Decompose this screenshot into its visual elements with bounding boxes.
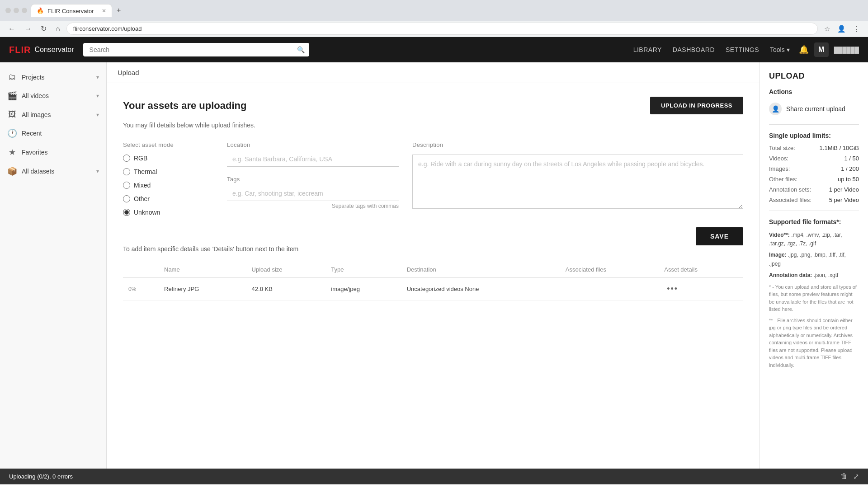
upload-in-progress-button[interactable]: UPLOAD IN PROGRESS xyxy=(650,97,743,114)
flir-logo-text: FLIR xyxy=(9,45,31,55)
address-bar[interactable]: flirconservator.com/upload xyxy=(66,23,818,35)
limit-other-files: Other files: up to 50 xyxy=(769,176,859,183)
col-associated-files: Associated files xyxy=(560,262,659,278)
avatar[interactable]: M xyxy=(814,42,829,57)
share-upload-action[interactable]: 👤 Share current upload xyxy=(769,101,859,117)
description-label: Description xyxy=(412,141,743,148)
new-tab-button[interactable]: + xyxy=(112,4,125,17)
format-annotation-val: .json, .xgtf xyxy=(814,272,839,278)
browser-window-controls xyxy=(5,8,27,13)
maximize-button[interactable] xyxy=(14,8,19,13)
table-row: 0% Refinery JPG 42.8 KB image/jpeg Uncat… xyxy=(123,278,743,300)
share-icon: 👤 xyxy=(769,103,782,115)
browser-toolbar: ← → ↻ ⌂ flirconservator.com/upload ☆ 👤 ⋮ xyxy=(0,21,868,37)
active-tab[interactable]: 🔥 FLIR Conservator ✕ xyxy=(31,4,112,17)
search-input[interactable] xyxy=(83,43,309,56)
home-button[interactable]: ⌂ xyxy=(53,23,63,35)
forward-button[interactable]: → xyxy=(22,23,34,35)
col-destination: Destination xyxy=(401,262,560,278)
search-icon: 🔍 xyxy=(297,46,305,53)
close-button[interactable] xyxy=(22,8,27,13)
description-textarea[interactable] xyxy=(412,155,743,209)
radio-unknown[interactable]: Unknown xyxy=(123,209,213,216)
tools-chevron-icon: ▾ xyxy=(787,46,790,53)
images-icon: 🖼 xyxy=(7,110,17,119)
radio-other-input[interactable] xyxy=(123,195,130,202)
tools-dropdown[interactable]: Tools ▾ xyxy=(770,46,790,53)
sidebar-item-projects[interactable]: 🗂 Projects ▾ xyxy=(0,68,106,86)
radio-thermal[interactable]: Thermal xyxy=(123,168,213,175)
menu-icon[interactable]: ⋮ xyxy=(850,23,863,35)
reload-button[interactable]: ↻ xyxy=(38,23,49,35)
divider xyxy=(769,124,859,125)
limit-images-key: Images: xyxy=(769,165,790,172)
nav-library[interactable]: LIBRARY xyxy=(633,46,662,53)
nav-dashboard[interactable]: DASHBOARD xyxy=(673,46,715,53)
tools-label: Tools xyxy=(770,46,785,53)
format-annotation: Annotation data: .json, .xgtf xyxy=(769,271,859,280)
sidebar-item-favorites[interactable]: ★ Favorites xyxy=(0,143,106,162)
limit-other-key: Other files: xyxy=(769,176,797,183)
location-input[interactable] xyxy=(227,152,399,167)
upload-section: Your assets are uploading UPLOAD IN PROG… xyxy=(107,83,760,314)
file-name: Refinery JPG xyxy=(159,278,246,300)
radio-rgb[interactable]: RGB xyxy=(123,155,213,162)
asset-details-button[interactable]: ••• xyxy=(664,283,681,295)
browser-titlebar: 🔥 FLIR Conservator ✕ + xyxy=(0,0,868,21)
expand-icon[interactable]: ⤢ xyxy=(853,472,859,481)
favorites-icon: ★ xyxy=(7,147,17,157)
chevron-down-icon: ▾ xyxy=(96,112,99,118)
share-upload-label: Share current upload xyxy=(786,105,845,113)
limit-videos-key: Videos: xyxy=(769,155,788,162)
back-button[interactable]: ← xyxy=(5,23,18,35)
file-associated xyxy=(560,278,659,300)
projects-icon: 🗂 xyxy=(7,72,17,82)
chevron-down-icon: ▾ xyxy=(96,168,99,174)
sidebar-item-recent[interactable]: 🕐 Recent xyxy=(0,124,106,143)
divider-2 xyxy=(769,211,859,211)
profile-icon[interactable]: 👤 xyxy=(835,23,849,35)
file-upload-size: 42.8 KB xyxy=(246,278,326,300)
videos-icon: 🎬 xyxy=(7,91,17,101)
status-bar-actions: 🗑 ⤢ xyxy=(840,472,859,481)
note-1: * - You can upload and store all types o… xyxy=(769,283,859,313)
tags-label: Tags xyxy=(227,176,399,183)
tab-close-icon[interactable]: ✕ xyxy=(102,8,106,14)
radio-mixed-input[interactable] xyxy=(123,182,130,189)
tags-input[interactable] xyxy=(227,186,399,201)
radio-other-label: Other xyxy=(134,195,150,202)
browser-tabs: 🔥 FLIR Conservator ✕ + xyxy=(31,4,863,17)
limit-annotation: Annotation sets: 1 per Video xyxy=(769,186,859,193)
radio-rgb-input[interactable] xyxy=(123,155,130,162)
location-label: Location xyxy=(227,141,399,148)
limit-total-size: Total size: 1.1MiB / 10GiB xyxy=(769,145,859,151)
nav-settings[interactable]: SETTINGS xyxy=(726,46,759,53)
app-logo: FLIR Conservator xyxy=(9,45,74,55)
sidebar-item-all-images[interactable]: 🖼 All images ▾ xyxy=(0,105,106,124)
actions-label: Actions xyxy=(769,88,859,95)
file-destination: Uncategorized videos None xyxy=(401,278,560,300)
datasets-icon: 📦 xyxy=(7,166,17,176)
radio-other[interactable]: Other xyxy=(123,195,213,202)
minimize-button[interactable] xyxy=(5,8,11,13)
radio-unknown-input[interactable] xyxy=(123,209,130,216)
sidebar-item-all-videos[interactable]: 🎬 All videos ▾ xyxy=(0,86,106,105)
app-header: FLIR Conservator 🔍 LIBRARY DASHBOARD SET… xyxy=(0,37,868,62)
bookmark-icon[interactable]: ☆ xyxy=(821,23,833,35)
delete-icon[interactable]: 🗑 xyxy=(840,472,848,481)
asset-mode-label: Select asset mode xyxy=(123,141,213,148)
radio-thermal-input[interactable] xyxy=(123,168,130,175)
limit-annotation-key: Annotation sets: xyxy=(769,186,811,193)
format-annotation-key: Annotation data: xyxy=(769,272,812,278)
limit-videos: Videos: 1 / 50 xyxy=(769,155,859,162)
sidebar-item-all-datasets[interactable]: 📦 All datasets ▾ xyxy=(0,162,106,181)
radio-mixed[interactable]: Mixed xyxy=(123,182,213,189)
limit-images-val: 1 / 200 xyxy=(841,165,859,172)
upload-subtitle: You may fill details below while upload … xyxy=(123,122,743,129)
upload-title: Your assets are uploading xyxy=(123,100,246,112)
notification-icon[interactable]: 🔔 xyxy=(799,45,809,55)
col-upload-size: Upload size xyxy=(246,262,326,278)
save-button[interactable]: SAVE xyxy=(696,227,743,245)
limit-annotation-val: 1 per Video xyxy=(829,186,859,193)
content-area: Upload Your assets are uploading UPLOAD … xyxy=(107,62,760,469)
